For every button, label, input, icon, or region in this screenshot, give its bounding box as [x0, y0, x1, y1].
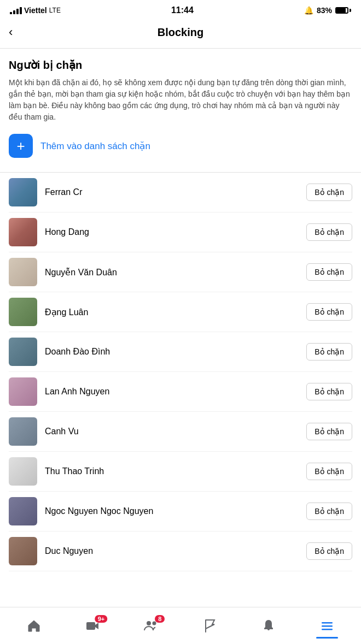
add-to-block-list-row[interactable]: + Thêm vào danh sách chặn [9, 134, 352, 162]
avatar [9, 377, 37, 406]
signal-icon [10, 7, 22, 14]
header: ‹ Blocking [0, 19, 361, 49]
active-indicator [316, 637, 338, 639]
add-block-label: Thêm vào danh sách chặn [40, 140, 150, 152]
block-list-item: Duc NguyenBỏ chặn [9, 531, 352, 571]
person-name: Đạng Luân [45, 307, 306, 317]
section-title: Người bị chặn [9, 58, 352, 72]
menu-icon [319, 618, 335, 634]
person-name: Ferran Cr [45, 187, 306, 197]
unblock-button[interactable]: Bỏ chặn [306, 423, 352, 440]
friends-badge: 8 [155, 615, 165, 623]
bottom-navigation: 9+ 8 [0, 607, 361, 644]
unblock-button[interactable]: Bỏ chặn [306, 184, 352, 201]
status-left: Viettel LTE [10, 6, 61, 15]
person-name: Ngoc Nguyen Ngoc Nguyen [45, 506, 306, 516]
unblock-button[interactable]: Bỏ chặn [306, 223, 352, 241]
person-name: Duc Nguyen [45, 546, 306, 556]
nav-menu[interactable] [298, 614, 357, 638]
back-button[interactable]: ‹ [9, 24, 17, 40]
block-list-item: Nguyễn Văn DuânBỏ chặn [9, 252, 352, 292]
nav-notifications[interactable] [239, 614, 298, 638]
battery-icon [335, 7, 351, 14]
avatar [9, 218, 37, 246]
avatar [9, 417, 37, 446]
content: Người bị chặn Một khi bạn đã chặn ai đó,… [0, 49, 361, 571]
person-name: Canh Vu [45, 427, 306, 436]
person-name: Thu Thao Trinh [45, 466, 306, 476]
carrier-label: Viettel [24, 6, 47, 15]
svg-rect-5 [322, 629, 333, 630]
status-time: 11:44 [171, 5, 194, 15]
home-icon [26, 618, 42, 634]
person-name: Doanh Đào Đình [45, 347, 306, 357]
video-badge: 9+ [95, 615, 108, 623]
avatar [9, 537, 37, 565]
battery-percent: 83% [317, 6, 332, 15]
nav-video[interactable]: 9+ [63, 614, 121, 638]
block-list: Ferran CrBỏ chặnHong DangBỏ chặnNguyễn V… [9, 173, 352, 571]
svg-rect-3 [322, 622, 333, 624]
nav-friends[interactable]: 8 [122, 614, 180, 638]
block-list-item: Canh VuBỏ chặn [9, 412, 352, 452]
block-list-item: Ngoc Nguyen Ngoc NguyenBỏ chặn [9, 492, 352, 531]
person-name: Lan Anh Nguyen [45, 387, 306, 397]
avatar [9, 298, 37, 326]
unblock-button[interactable]: Bỏ chặn [306, 303, 352, 321]
avatar [9, 338, 37, 366]
network-label: LTE [49, 7, 61, 14]
alarm-icon: 🔔 [304, 6, 313, 15]
unblock-button[interactable]: Bỏ chặn [306, 463, 352, 480]
person-name: Nguyễn Văn Duân [45, 267, 306, 277]
add-icon: + [9, 134, 33, 158]
unblock-button[interactable]: Bỏ chặn [306, 383, 352, 400]
block-list-item: Thu Thao TrinhBỏ chặn [9, 452, 352, 492]
unblock-button[interactable]: Bỏ chặn [306, 542, 352, 560]
block-list-item: Doanh Đào ĐìnhBỏ chặn [9, 332, 352, 372]
nav-flag[interactable] [180, 614, 239, 638]
status-right: 🔔 83% [304, 6, 351, 15]
svg-point-2 [153, 621, 156, 625]
flag-icon [202, 618, 218, 634]
nav-home[interactable] [4, 614, 63, 638]
unblock-button[interactable]: Bỏ chặn [306, 503, 352, 520]
svg-point-1 [147, 621, 151, 625]
block-list-item: Đạng LuânBỏ chặn [9, 292, 352, 332]
bell-icon [261, 618, 276, 634]
svg-rect-4 [322, 625, 333, 627]
status-bar: Viettel LTE 11:44 🔔 83% [0, 0, 361, 19]
avatar [9, 258, 37, 286]
unblock-button[interactable]: Bỏ chặn [306, 263, 352, 281]
block-list-item: Hong DangBỏ chặn [9, 212, 352, 252]
block-list-item: Ferran CrBỏ chặn [9, 173, 352, 212]
page-title: Blocking [158, 26, 203, 39]
avatar [9, 178, 37, 206]
block-list-item: Lan Anh NguyenBỏ chặn [9, 372, 352, 412]
person-name: Hong Dang [45, 227, 306, 237]
svg-rect-0 [86, 622, 95, 630]
unblock-button[interactable]: Bỏ chặn [306, 343, 352, 361]
avatar [9, 457, 37, 486]
section-description: Một khi bạn đã chặn ai đó, họ sẽ không x… [9, 77, 352, 123]
avatar [9, 497, 37, 525]
